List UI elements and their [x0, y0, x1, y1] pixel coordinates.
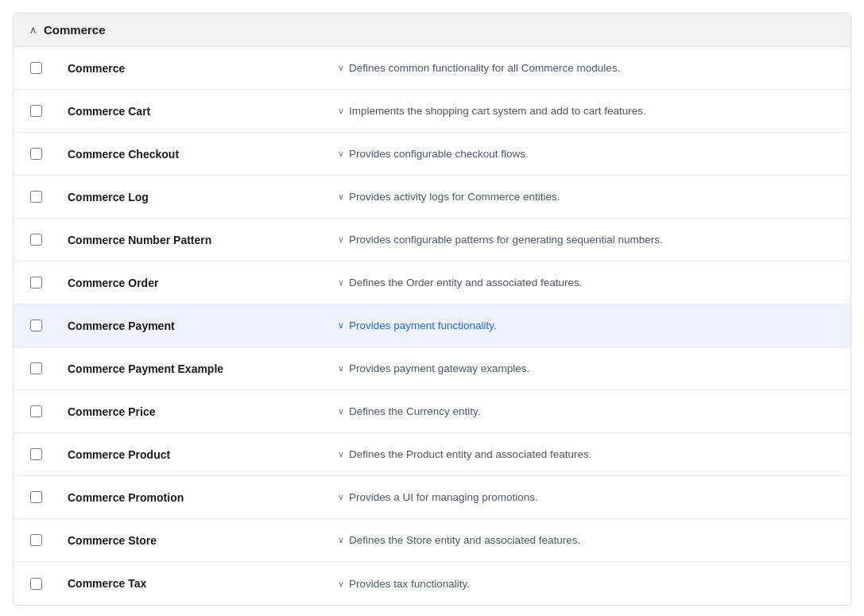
module-description-text: Provides payment functionality.	[349, 320, 497, 331]
module-name-commerce-store: Commerce Store	[58, 523, 328, 558]
chevron-down-icon: ∨	[338, 320, 344, 331]
module-desc-commerce-checkout: ∨Provides configurable checkout flows.	[328, 137, 850, 171]
module-desc-commerce: ∨Defines common functionality for all Co…	[328, 51, 850, 85]
module-name-commerce-order: Commerce Order	[58, 265, 328, 300]
module-row: Commerce Price∨Defines the Currency enti…	[14, 390, 850, 433]
module-name-commerce-promotion: Commerce Promotion	[58, 480, 328, 515]
group-header: ∧ Commerce	[14, 14, 850, 47]
checkbox-commerce-checkout[interactable]	[30, 148, 42, 160]
checkbox-commerce-store[interactable]	[30, 534, 42, 546]
chevron-down-icon: ∨	[338, 234, 344, 245]
module-description-text: Provides configurable patterns for gener…	[349, 234, 663, 246]
checkbox-commerce-log[interactable]	[30, 191, 42, 203]
chevron-down-icon: ∨	[338, 363, 344, 374]
module-description-text: Defines the Order entity and associated …	[349, 277, 582, 289]
module-description-text: Defines the Store entity and associated …	[349, 534, 580, 546]
checkbox-commerce[interactable]	[30, 62, 42, 74]
module-name-commerce-checkout: Commerce Checkout	[58, 137, 328, 172]
checkbox-cell-commerce	[14, 62, 58, 74]
module-row: Commerce Order∨Defines the Order entity …	[14, 262, 850, 304]
module-group: ∧ Commerce Commerce∨Defines common funct…	[13, 13, 851, 606]
chevron-down-icon: ∨	[338, 106, 344, 116]
module-row: Commerce Payment Example∨Provides paymen…	[14, 347, 850, 390]
module-desc-commerce-price: ∨Defines the Currency entity.	[328, 394, 850, 428]
checkbox-cell-commerce-price	[14, 405, 58, 417]
chevron-down-icon: ∨	[338, 192, 344, 202]
checkbox-commerce-cart[interactable]	[30, 105, 42, 117]
module-name-commerce-product: Commerce Product	[58, 437, 328, 472]
module-desc-commerce-product: ∨Defines the Product entity and associat…	[328, 437, 850, 471]
checkbox-cell-commerce-payment-example	[14, 362, 58, 374]
checkbox-commerce-promotion[interactable]	[30, 491, 42, 503]
module-row: Commerce Log∨Provides activity logs for …	[14, 176, 850, 219]
chevron-down-icon: ∨	[338, 535, 344, 545]
checkbox-commerce-order[interactable]	[30, 277, 42, 289]
module-row: Commerce Product∨Defines the Product ent…	[14, 433, 850, 476]
module-description-text: Defines common functionality for all Com…	[349, 62, 620, 74]
chevron-down-icon: ∨	[338, 579, 344, 589]
module-name-commerce-price: Commerce Price	[58, 394, 328, 429]
module-name-commerce-payment: Commerce Payment	[58, 308, 328, 343]
chevron-down-icon: ∨	[338, 149, 344, 159]
group-title: Commerce	[44, 23, 106, 37]
checkbox-commerce-payment[interactable]	[30, 320, 42, 331]
checkbox-cell-commerce-cart	[14, 105, 58, 117]
module-description-text: Provides payment gateway examples.	[349, 362, 529, 374]
module-row: Commerce Checkout∨Provides configurable …	[14, 133, 850, 176]
module-desc-commerce-store: ∨Defines the Store entity and associated…	[328, 523, 850, 557]
checkbox-commerce-payment-example[interactable]	[30, 362, 42, 374]
chevron-down-icon: ∨	[338, 492, 344, 502]
checkbox-cell-commerce-checkout	[14, 148, 58, 160]
checkbox-cell-commerce-number-pattern	[14, 234, 58, 246]
module-row: Commerce Promotion∨Provides a UI for man…	[14, 476, 850, 519]
chevron-down-icon: ∨	[338, 63, 344, 73]
collapse-icon[interactable]: ∧	[29, 24, 37, 36]
checkbox-commerce-tax[interactable]	[30, 578, 42, 590]
module-desc-commerce-payment: ∨Provides payment functionality.	[328, 308, 850, 343]
module-desc-commerce-payment-example: ∨Provides payment gateway examples.	[328, 351, 850, 385]
checkbox-cell-commerce-log	[14, 191, 58, 203]
module-desc-commerce-tax: ∨Provides tax functionality.	[328, 567, 850, 601]
module-name-commerce-cart: Commerce Cart	[58, 94, 328, 129]
checkbox-commerce-price[interactable]	[30, 405, 42, 417]
module-row: Commerce Store∨Defines the Store entity …	[14, 519, 850, 562]
module-list: Commerce∨Defines common functionality fo…	[14, 47, 850, 605]
module-description-text: Defines the Currency entity.	[349, 405, 481, 417]
checkbox-commerce-number-pattern[interactable]	[30, 234, 42, 246]
chevron-down-icon: ∨	[338, 406, 344, 416]
module-name-commerce-number-pattern: Commerce Number Pattern	[58, 223, 328, 258]
module-desc-commerce-log: ∨Provides activity logs for Commerce ent…	[328, 180, 850, 214]
checkbox-cell-commerce-payment	[14, 320, 58, 331]
module-name-commerce-log: Commerce Log	[58, 180, 328, 215]
module-name-commerce-payment-example: Commerce Payment Example	[58, 351, 328, 386]
checkbox-cell-commerce-tax	[14, 578, 58, 590]
checkbox-cell-commerce-order	[14, 277, 58, 289]
module-description-text: Provides tax functionality.	[349, 578, 470, 590]
module-description-text: Provides activity logs for Commerce enti…	[349, 191, 560, 203]
module-row: Commerce∨Defines common functionality fo…	[14, 47, 850, 90]
module-desc-commerce-promotion: ∨Provides a UI for managing promotions.	[328, 480, 850, 514]
checkbox-commerce-product[interactable]	[30, 448, 42, 460]
checkbox-cell-commerce-promotion	[14, 491, 58, 503]
module-desc-commerce-order: ∨Defines the Order entity and associated…	[328, 265, 850, 300]
module-description-text: Defines the Product entity and associate…	[349, 448, 591, 460]
module-description-text: Implements the shopping cart system and …	[349, 105, 646, 117]
chevron-down-icon: ∨	[338, 449, 344, 459]
chevron-down-icon: ∨	[338, 277, 344, 288]
module-desc-commerce-number-pattern: ∨Provides configurable patterns for gene…	[328, 223, 850, 257]
module-row: Commerce Number Pattern∨Provides configu…	[14, 219, 850, 262]
module-row: Commerce Tax∨Provides tax functionality.	[14, 562, 850, 605]
module-desc-commerce-cart: ∨Implements the shopping cart system and…	[328, 94, 850, 128]
module-name-commerce-tax: Commerce Tax	[58, 566, 328, 601]
module-name-commerce: Commerce	[58, 51, 328, 86]
module-description-text: Provides a UI for managing promotions.	[349, 491, 538, 503]
module-description-text: Provides configurable checkout flows.	[349, 148, 529, 160]
module-row: Commerce Cart∨Implements the shopping ca…	[14, 90, 850, 133]
checkbox-cell-commerce-product	[14, 448, 58, 460]
checkbox-cell-commerce-store	[14, 534, 58, 546]
module-row: Commerce Payment∨Provides payment functi…	[14, 304, 850, 347]
